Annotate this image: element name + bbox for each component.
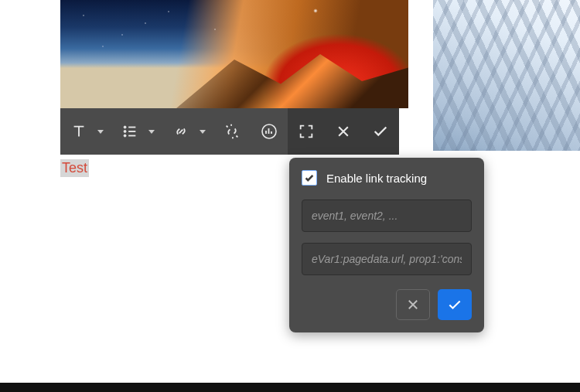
svg-point-2	[124, 135, 126, 137]
text-icon	[68, 121, 90, 142]
check-icon	[447, 297, 462, 312]
analytics-icon	[258, 121, 280, 142]
close-icon	[333, 121, 354, 142]
footer-bar	[0, 383, 580, 392]
link-icon	[170, 121, 192, 142]
link-button[interactable]	[162, 108, 213, 155]
toolbar-confirm-button[interactable]	[362, 108, 399, 155]
list-button[interactable]	[111, 108, 162, 155]
selected-text[interactable]: Test	[60, 159, 89, 177]
hero-image-tent	[60, 0, 408, 108]
list-icon	[119, 121, 141, 142]
close-icon	[406, 298, 420, 312]
svg-point-0	[124, 126, 126, 128]
toolbar-cancel-button[interactable]	[325, 108, 362, 155]
events-input[interactable]	[302, 199, 472, 232]
fullscreen-icon	[295, 121, 317, 142]
check-icon	[370, 121, 391, 142]
popover-actions	[302, 289, 472, 320]
evars-input[interactable]	[302, 243, 472, 275]
rich-text-toolbar	[60, 108, 399, 155]
fullscreen-button[interactable]	[288, 108, 325, 155]
chevron-down-icon	[97, 130, 104, 134]
broken-link-icon	[221, 121, 243, 142]
text-format-button[interactable]	[60, 108, 111, 155]
popover-confirm-button[interactable]	[438, 289, 472, 320]
chevron-down-icon	[200, 130, 206, 134]
unlink-button[interactable]	[213, 108, 251, 155]
enable-tracking-label: Enable link tracking	[326, 172, 427, 185]
link-tracking-popover: Enable link tracking	[289, 158, 484, 332]
editor-canvas: Test Enable link tracking	[0, 0, 580, 392]
enable-tracking-row: Enable link tracking	[302, 170, 472, 186]
hero-image-mountain	[433, 0, 580, 151]
chevron-down-icon	[148, 130, 155, 134]
analytics-button[interactable]	[251, 108, 288, 155]
popover-cancel-button[interactable]	[396, 289, 430, 320]
enable-tracking-checkbox[interactable]	[302, 170, 317, 186]
svg-point-1	[124, 131, 126, 133]
